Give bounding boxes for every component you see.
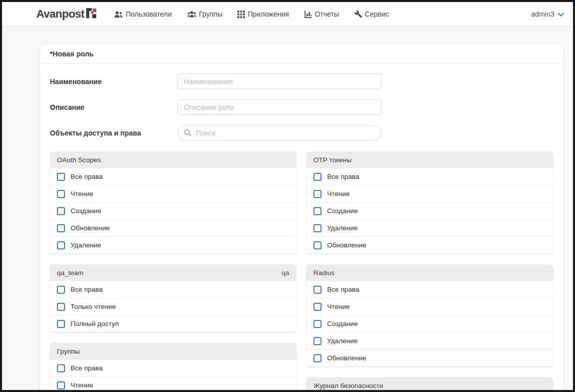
- nav-item-apps[interactable]: Приложения: [237, 10, 289, 18]
- permission-checkbox[interactable]: [313, 337, 322, 345]
- permission-label: Создание: [327, 320, 358, 328]
- permission-row: Создание: [50, 202, 296, 219]
- permission-row: Удаление: [306, 219, 553, 236]
- panel-title: qa_team: [57, 269, 84, 277]
- access-search-input[interactable]: [177, 125, 381, 141]
- main-nav: ПользователиГруппыПриложенияОтчетыСервис: [114, 10, 389, 18]
- panel-title: Группы: [57, 348, 80, 355]
- permissions-column-right: OTP токеныВсе праваЧтениеСозданиеУдалени…: [306, 152, 553, 392]
- permission-row: Все права: [306, 281, 553, 298]
- permission-label: Чтение: [71, 190, 93, 198]
- permission-row: Создание: [306, 202, 553, 219]
- permission-row: Обновление: [50, 219, 296, 236]
- permission-checkbox[interactable]: [57, 364, 65, 372]
- permission-label: Только чтение: [71, 303, 116, 310]
- permission-checkbox[interactable]: [313, 286, 322, 294]
- name-label: Наименование: [50, 78, 177, 86]
- description-label: Описание: [50, 103, 177, 111]
- permissions-panel-left-0: OAuth ScopesВсе праваЧтениеСозданиеОбнов…: [50, 152, 296, 253]
- name-input[interactable]: [177, 74, 381, 89]
- top-navbar: Avanpost ПользователиГруппыПриложенияОтч…: [2, 2, 573, 27]
- permission-row: Все права: [50, 281, 296, 298]
- search-wrap: [177, 125, 381, 141]
- permission-row: Обновление: [306, 349, 553, 366]
- app-window: Avanpost ПользователиГруппыПриложенияОтч…: [0, 0, 575, 392]
- panel-header: Группы: [50, 343, 296, 359]
- permission-checkbox[interactable]: [57, 190, 65, 198]
- nav-item-groups[interactable]: Группы: [187, 10, 223, 18]
- permission-row: Полный доступ: [50, 315, 296, 332]
- nav-item-reports[interactable]: Отчеты: [304, 10, 339, 18]
- permission-label: Чтение: [327, 303, 350, 310]
- name-field-row: Наименование: [50, 74, 553, 89]
- panel-header: qa_teamqa: [50, 265, 296, 281]
- permission-checkbox[interactable]: [57, 286, 65, 294]
- permissions-panel-right-2: Журнал безопасности: [306, 377, 553, 392]
- service-wrench-icon: [354, 10, 362, 18]
- nav-item-users[interactable]: Пользователи: [114, 10, 171, 18]
- permission-label: Все права: [327, 173, 359, 180]
- permission-label: Все права: [71, 173, 103, 180]
- panel-title: Radius: [313, 269, 335, 277]
- panel-title: OAuth Scopes: [57, 156, 101, 164]
- permission-checkbox[interactable]: [313, 354, 322, 362]
- nav-item-label: Пользователи: [125, 10, 171, 18]
- avanpost-logo[interactable]: Avanpost: [36, 8, 97, 21]
- permission-checkbox[interactable]: [313, 173, 322, 181]
- permission-checkbox[interactable]: [313, 207, 322, 215]
- permission-row: Все права: [50, 359, 296, 376]
- permission-label: Удаление: [71, 241, 101, 249]
- permissions-panel-right-0: OTP токеныВсе праваЧтениеСозданиеУдалени…: [306, 152, 553, 253]
- username: admin3: [531, 10, 554, 18]
- permissions-panel-left-1: qa_teamqaВсе праваТолько чтениеПолный до…: [50, 265, 296, 332]
- panel-title: Журнал безопасности: [313, 382, 383, 389]
- nav-item-service[interactable]: Сервис: [354, 10, 389, 18]
- panel-header: Radius: [306, 265, 553, 281]
- groups-icon: [187, 11, 197, 18]
- permission-row: Обновление: [306, 236, 553, 253]
- apps-grid-icon: [237, 11, 245, 18]
- permission-checkbox[interactable]: [57, 224, 65, 232]
- panel-title: OTP токены: [313, 156, 352, 164]
- permission-label: Обновление: [327, 241, 366, 249]
- permission-checkbox[interactable]: [313, 303, 322, 311]
- permission-row: Удаление: [306, 332, 553, 349]
- permissions-column-left: OAuth ScopesВсе праваЧтениеСозданиеОбнов…: [50, 152, 296, 392]
- permission-label: Чтение: [327, 190, 350, 198]
- permission-label: Удаление: [327, 224, 358, 232]
- new-role-card: *Новая роль Наименование Описание Объект…: [40, 44, 563, 390]
- permission-checkbox[interactable]: [313, 241, 322, 249]
- permissions-grid: OAuth ScopesВсе праваЧтениеСозданиеОбнов…: [50, 152, 553, 392]
- card-body: Наименование Описание Объекты доступа и …: [40, 64, 563, 392]
- permission-checkbox[interactable]: [57, 303, 65, 311]
- logo-text: Avanpost: [36, 8, 84, 21]
- reports-chart-icon: [304, 11, 312, 18]
- permission-row: Удаление: [50, 236, 296, 253]
- permission-checkbox[interactable]: [57, 173, 65, 181]
- permissions-panel-left-2: ГруппыВсе праваЧтение: [50, 343, 296, 392]
- permission-label: Все права: [71, 364, 103, 372]
- panel-header: Журнал безопасности: [306, 377, 553, 392]
- permission-row: Чтение: [306, 185, 553, 202]
- permission-checkbox[interactable]: [313, 224, 322, 232]
- nav-item-label: Отчеты: [314, 10, 339, 18]
- description-input[interactable]: [177, 99, 381, 115]
- permissions-panel-right-1: RadiusВсе праваЧтениеСозданиеУдалениеОбн…: [306, 265, 553, 366]
- permission-label: Создание: [327, 207, 358, 215]
- permission-checkbox[interactable]: [57, 241, 65, 249]
- avanpost-logo-icon: [86, 8, 97, 21]
- permission-label: Чтение: [71, 381, 93, 389]
- user-menu[interactable]: admin3: [531, 10, 564, 18]
- panel-header: OTP токены: [306, 152, 553, 168]
- permission-row: Чтение: [50, 185, 296, 202]
- permission-checkbox[interactable]: [57, 207, 65, 215]
- permission-checkbox[interactable]: [57, 381, 65, 389]
- nav-item-label: Группы: [199, 10, 223, 18]
- permission-label: Обновление: [71, 224, 110, 232]
- access-objects-label: Объекты доступа и права: [50, 129, 177, 137]
- permission-checkbox[interactable]: [313, 320, 322, 328]
- permission-checkbox[interactable]: [57, 320, 65, 328]
- permission-row: Все права: [50, 168, 296, 185]
- permission-checkbox[interactable]: [313, 190, 322, 198]
- permission-row: Создание: [306, 315, 553, 332]
